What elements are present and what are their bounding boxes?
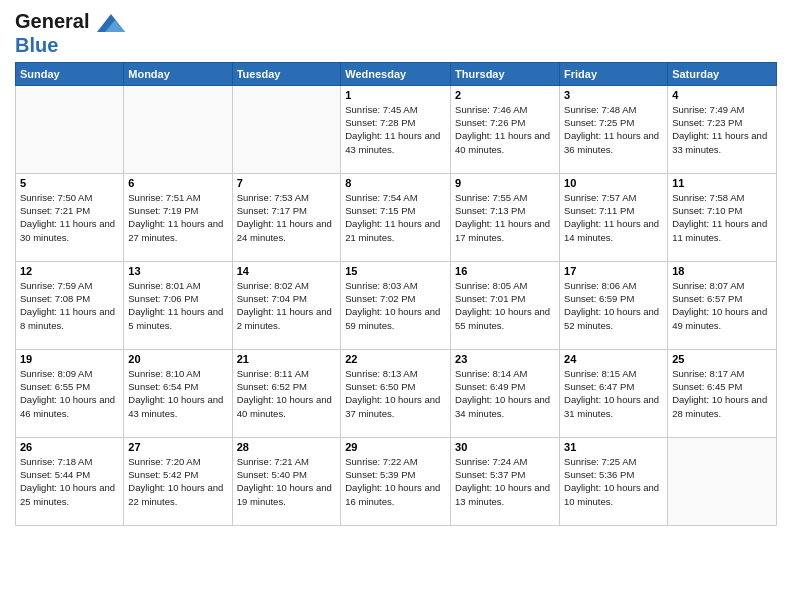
day-number: 2	[455, 89, 555, 101]
calendar-week-row: 1Sunrise: 7:45 AM Sunset: 7:28 PM Daylig…	[16, 85, 777, 173]
day-info: Sunrise: 7:21 AM Sunset: 5:40 PM Dayligh…	[237, 455, 337, 508]
weekday-header-friday: Friday	[560, 62, 668, 85]
calendar-cell: 30Sunrise: 7:24 AM Sunset: 5:37 PM Dayli…	[451, 437, 560, 525]
day-info: Sunrise: 7:48 AM Sunset: 7:25 PM Dayligh…	[564, 103, 663, 156]
day-info: Sunrise: 8:07 AM Sunset: 6:57 PM Dayligh…	[672, 279, 772, 332]
day-number: 3	[564, 89, 663, 101]
day-info: Sunrise: 7:53 AM Sunset: 7:17 PM Dayligh…	[237, 191, 337, 244]
day-number: 5	[20, 177, 119, 189]
calendar-cell: 1Sunrise: 7:45 AM Sunset: 7:28 PM Daylig…	[341, 85, 451, 173]
day-number: 24	[564, 353, 663, 365]
calendar-cell: 4Sunrise: 7:49 AM Sunset: 7:23 PM Daylig…	[668, 85, 777, 173]
weekday-header-wednesday: Wednesday	[341, 62, 451, 85]
day-number: 20	[128, 353, 227, 365]
day-info: Sunrise: 7:58 AM Sunset: 7:10 PM Dayligh…	[672, 191, 772, 244]
day-number: 15	[345, 265, 446, 277]
logo-general: General	[15, 10, 89, 32]
calendar-cell	[124, 85, 232, 173]
day-info: Sunrise: 7:46 AM Sunset: 7:26 PM Dayligh…	[455, 103, 555, 156]
calendar-cell	[16, 85, 124, 173]
day-info: Sunrise: 7:22 AM Sunset: 5:39 PM Dayligh…	[345, 455, 446, 508]
day-info: Sunrise: 8:17 AM Sunset: 6:45 PM Dayligh…	[672, 367, 772, 420]
calendar-cell: 9Sunrise: 7:55 AM Sunset: 7:13 PM Daylig…	[451, 173, 560, 261]
day-info: Sunrise: 8:15 AM Sunset: 6:47 PM Dayligh…	[564, 367, 663, 420]
calendar-cell: 27Sunrise: 7:20 AM Sunset: 5:42 PM Dayli…	[124, 437, 232, 525]
calendar-cell: 29Sunrise: 7:22 AM Sunset: 5:39 PM Dayli…	[341, 437, 451, 525]
day-number: 23	[455, 353, 555, 365]
calendar-week-row: 26Sunrise: 7:18 AM Sunset: 5:44 PM Dayli…	[16, 437, 777, 525]
day-number: 22	[345, 353, 446, 365]
calendar-cell: 10Sunrise: 7:57 AM Sunset: 7:11 PM Dayli…	[560, 173, 668, 261]
day-info: Sunrise: 7:59 AM Sunset: 7:08 PM Dayligh…	[20, 279, 119, 332]
day-number: 9	[455, 177, 555, 189]
calendar-cell: 6Sunrise: 7:51 AM Sunset: 7:19 PM Daylig…	[124, 173, 232, 261]
calendar-cell: 19Sunrise: 8:09 AM Sunset: 6:55 PM Dayli…	[16, 349, 124, 437]
calendar-cell: 7Sunrise: 7:53 AM Sunset: 7:17 PM Daylig…	[232, 173, 341, 261]
day-info: Sunrise: 7:18 AM Sunset: 5:44 PM Dayligh…	[20, 455, 119, 508]
calendar-cell: 31Sunrise: 7:25 AM Sunset: 5:36 PM Dayli…	[560, 437, 668, 525]
calendar-cell: 3Sunrise: 7:48 AM Sunset: 7:25 PM Daylig…	[560, 85, 668, 173]
calendar-cell: 2Sunrise: 7:46 AM Sunset: 7:26 PM Daylig…	[451, 85, 560, 173]
day-info: Sunrise: 8:03 AM Sunset: 7:02 PM Dayligh…	[345, 279, 446, 332]
logo-icon	[97, 12, 125, 34]
day-number: 18	[672, 265, 772, 277]
day-number: 14	[237, 265, 337, 277]
day-number: 28	[237, 441, 337, 453]
day-info: Sunrise: 8:11 AM Sunset: 6:52 PM Dayligh…	[237, 367, 337, 420]
weekday-header-monday: Monday	[124, 62, 232, 85]
day-info: Sunrise: 7:54 AM Sunset: 7:15 PM Dayligh…	[345, 191, 446, 244]
day-info: Sunrise: 7:20 AM Sunset: 5:42 PM Dayligh…	[128, 455, 227, 508]
calendar-cell: 11Sunrise: 7:58 AM Sunset: 7:10 PM Dayli…	[668, 173, 777, 261]
calendar-week-row: 12Sunrise: 7:59 AM Sunset: 7:08 PM Dayli…	[16, 261, 777, 349]
calendar-body: 1Sunrise: 7:45 AM Sunset: 7:28 PM Daylig…	[16, 85, 777, 525]
day-number: 12	[20, 265, 119, 277]
day-number: 29	[345, 441, 446, 453]
day-number: 7	[237, 177, 337, 189]
day-number: 13	[128, 265, 227, 277]
calendar-cell	[668, 437, 777, 525]
calendar-header: SundayMondayTuesdayWednesdayThursdayFrid…	[16, 62, 777, 85]
calendar-cell: 23Sunrise: 8:14 AM Sunset: 6:49 PM Dayli…	[451, 349, 560, 437]
day-info: Sunrise: 7:55 AM Sunset: 7:13 PM Dayligh…	[455, 191, 555, 244]
calendar-cell: 28Sunrise: 7:21 AM Sunset: 5:40 PM Dayli…	[232, 437, 341, 525]
day-number: 19	[20, 353, 119, 365]
calendar-cell: 17Sunrise: 8:06 AM Sunset: 6:59 PM Dayli…	[560, 261, 668, 349]
day-number: 1	[345, 89, 446, 101]
header: General Blue	[15, 10, 777, 56]
calendar-cell: 16Sunrise: 8:05 AM Sunset: 7:01 PM Dayli…	[451, 261, 560, 349]
day-info: Sunrise: 8:01 AM Sunset: 7:06 PM Dayligh…	[128, 279, 227, 332]
day-info: Sunrise: 7:45 AM Sunset: 7:28 PM Dayligh…	[345, 103, 446, 156]
calendar-cell: 26Sunrise: 7:18 AM Sunset: 5:44 PM Dayli…	[16, 437, 124, 525]
day-number: 25	[672, 353, 772, 365]
day-number: 4	[672, 89, 772, 101]
calendar-cell: 14Sunrise: 8:02 AM Sunset: 7:04 PM Dayli…	[232, 261, 341, 349]
day-number: 31	[564, 441, 663, 453]
logo-blue: Blue	[15, 34, 125, 56]
weekday-row: SundayMondayTuesdayWednesdayThursdayFrid…	[16, 62, 777, 85]
calendar-cell: 12Sunrise: 7:59 AM Sunset: 7:08 PM Dayli…	[16, 261, 124, 349]
calendar-cell: 15Sunrise: 8:03 AM Sunset: 7:02 PM Dayli…	[341, 261, 451, 349]
day-info: Sunrise: 7:25 AM Sunset: 5:36 PM Dayligh…	[564, 455, 663, 508]
day-number: 21	[237, 353, 337, 365]
day-number: 26	[20, 441, 119, 453]
day-number: 6	[128, 177, 227, 189]
calendar-cell: 5Sunrise: 7:50 AM Sunset: 7:21 PM Daylig…	[16, 173, 124, 261]
day-info: Sunrise: 7:50 AM Sunset: 7:21 PM Dayligh…	[20, 191, 119, 244]
day-info: Sunrise: 8:06 AM Sunset: 6:59 PM Dayligh…	[564, 279, 663, 332]
calendar-week-row: 19Sunrise: 8:09 AM Sunset: 6:55 PM Dayli…	[16, 349, 777, 437]
calendar-cell: 24Sunrise: 8:15 AM Sunset: 6:47 PM Dayli…	[560, 349, 668, 437]
day-info: Sunrise: 7:51 AM Sunset: 7:19 PM Dayligh…	[128, 191, 227, 244]
calendar-week-row: 5Sunrise: 7:50 AM Sunset: 7:21 PM Daylig…	[16, 173, 777, 261]
calendar-cell: 20Sunrise: 8:10 AM Sunset: 6:54 PM Dayli…	[124, 349, 232, 437]
calendar-cell: 8Sunrise: 7:54 AM Sunset: 7:15 PM Daylig…	[341, 173, 451, 261]
calendar-table: SundayMondayTuesdayWednesdayThursdayFrid…	[15, 62, 777, 526]
day-info: Sunrise: 7:49 AM Sunset: 7:23 PM Dayligh…	[672, 103, 772, 156]
day-info: Sunrise: 8:14 AM Sunset: 6:49 PM Dayligh…	[455, 367, 555, 420]
day-info: Sunrise: 7:24 AM Sunset: 5:37 PM Dayligh…	[455, 455, 555, 508]
day-number: 10	[564, 177, 663, 189]
day-info: Sunrise: 8:13 AM Sunset: 6:50 PM Dayligh…	[345, 367, 446, 420]
page: General Blue SundayMondayTuesdayWednesda…	[0, 0, 792, 536]
day-info: Sunrise: 8:05 AM Sunset: 7:01 PM Dayligh…	[455, 279, 555, 332]
calendar-cell: 21Sunrise: 8:11 AM Sunset: 6:52 PM Dayli…	[232, 349, 341, 437]
day-number: 8	[345, 177, 446, 189]
